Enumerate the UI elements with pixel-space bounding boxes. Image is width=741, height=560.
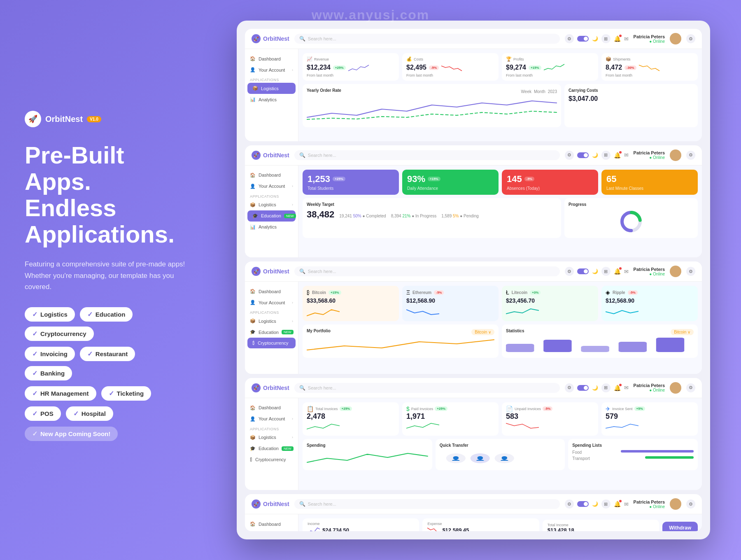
grid-icon-4[interactable]: ⊞ [601, 383, 611, 392]
sidebar-your-account[interactable]: 👤 Your Account› [245, 64, 298, 75]
db3-sidebar-logistics[interactable]: 📦 Logistics› [245, 315, 298, 327]
db3-search[interactable]: 🔍 Search here... [294, 266, 560, 276]
db4-sidebar-dashboard[interactable]: 🏠 Dashboard [245, 402, 298, 413]
db4-body: 🏠 Dashboard 👤 Your Account› APPLICATIONS… [245, 398, 702, 490]
db3-sidebar: 🏠 Dashboard 👤 Your Account› APPLICATIONS… [245, 282, 298, 374]
user-settings-icon-5[interactable]: ⚙ [686, 499, 695, 509]
db2-search[interactable]: 🔍 Search here... [294, 150, 560, 160]
dashboard-crypto: 🚀 OrbitNest 🔍 Search here... ⚙ 🌙 ⊞ 🔔 ✉ [245, 261, 702, 374]
db4-logo: 🚀 OrbitNest [252, 383, 289, 392]
moon-icon-4: 🌙 [592, 385, 598, 391]
sidebar-logistics[interactable]: 📦 Logistics [247, 83, 296, 94]
db4-header: 🚀 OrbitNest 🔍 Search here... ⚙ 🌙 ⊞ 🔔 ✉ [245, 378, 702, 398]
db3-body: 🏠 Dashboard 👤 Your Account› APPLICATIONS… [245, 282, 702, 374]
mail-icon-2[interactable]: ✉ [624, 152, 629, 158]
theme-toggle-3[interactable] [577, 268, 589, 274]
theme-toggle-2[interactable] [577, 152, 589, 158]
stat-costs: 💰Costs $2,495 -5% From last month [402, 53, 499, 81]
tag-logistics[interactable]: ✓Logistics [25, 307, 75, 322]
db5-sidebar-account[interactable]: 👤 Your Account› [245, 530, 298, 531]
settings-icon-4[interactable]: ⚙ [565, 383, 574, 392]
db5-sidebar-dashboard[interactable]: 🏠 Dashboard [245, 518, 298, 530]
db1-user-info: Patricia Peters ● Online [634, 34, 665, 44]
db2-sidebar-dashboard[interactable]: 🏠 Dashboard [245, 170, 298, 181]
db4-user-info: Patricia Peters ● Online [634, 383, 665, 392]
db3-sidebar-education[interactable]: 🎓 EducationNEW [245, 327, 298, 338]
db5-user-info: Patricia Peters ● Online [634, 499, 665, 509]
db3-sidebar-dashboard[interactable]: 🏠 Dashboard [245, 286, 298, 297]
grid-icon-5[interactable]: ⊞ [601, 499, 611, 509]
mail-icon[interactable]: ✉ [624, 36, 629, 42]
tags-row-coming: ✓ New App Coming Soon! [25, 427, 185, 441]
user-settings-icon-3[interactable]: ⚙ [686, 267, 695, 276]
crypto-ethereum: Ξ Ethereum -5% $12,568.90 [402, 286, 499, 321]
svg-text:👤: 👤 [475, 456, 485, 461]
user-settings-icon-4[interactable]: ⚙ [686, 383, 695, 392]
notification-bell-5[interactable]: 🔔 [614, 501, 621, 507]
tag-banking[interactable]: ✓Banking [25, 366, 72, 380]
brand-badge: 🚀 OrbitNest V1.0 [25, 111, 185, 127]
db1-logo: 🚀 OrbitNest [252, 34, 289, 43]
db2-sidebar-account[interactable]: 👤 Your Account› [245, 181, 298, 192]
db5-search[interactable]: 🔍 Search here... [294, 499, 560, 509]
db4-sidebar-education[interactable]: 🎓 EducationNEW [245, 443, 298, 454]
tag-invoicing[interactable]: ✓Invoicing [25, 347, 75, 361]
user-settings-icon[interactable]: ⚙ [686, 34, 695, 43]
db3-logo-icon: 🚀 [252, 267, 261, 276]
db2-sidebar-logistics[interactable]: 📦 Logistics› [245, 199, 298, 210]
db1-search[interactable]: 🔍 Search here... [294, 34, 560, 44]
db3-sidebar-account[interactable]: 👤 Your Account› [245, 297, 298, 308]
notification-bell-4[interactable]: 🔔 [614, 385, 621, 391]
db3-sidebar-crypto[interactable]: ₿ Cryptocurrency [247, 338, 296, 348]
mail-icon-4[interactable]: ✉ [624, 385, 629, 391]
tag-cryptocurrency[interactable]: ✓Cryptocurrency [25, 327, 94, 341]
settings-icon-2[interactable]: ⚙ [565, 151, 574, 160]
db3-bottom-panels: My Portfolio Bitcoin ∨ Statistics Bitcoi… [303, 324, 698, 358]
db1-header: 🚀 OrbitNest 🔍 Search here... ⚙ 🌙 ⊞ 🔔 ✉ [245, 29, 702, 49]
tag-education[interactable]: ✓Education [80, 307, 133, 322]
mail-icon-3[interactable]: ✉ [624, 268, 629, 275]
tag-hr[interactable]: ✓HR Management [25, 386, 96, 401]
sidebar-analytics[interactable]: 📊 Analytics [245, 94, 298, 105]
settings-icon[interactable]: ⚙ [565, 34, 574, 43]
db2-edu-cards: 1,253 +25% Total Students 93% +15% Daily… [303, 170, 698, 195]
db5-banking-stats: Income $24,734.50 Expense $12,589.45 [303, 518, 698, 531]
spending-panel: Spending [303, 439, 432, 470]
theme-toggle[interactable] [577, 36, 589, 42]
stat-revenue: 📈Revenue $12,234 +25% From last month [303, 53, 399, 81]
settings-icon-3[interactable]: ⚙ [565, 267, 574, 276]
theme-toggle-4[interactable] [577, 385, 589, 391]
db5-logo: 🚀 OrbitNest [252, 499, 289, 509]
right-panel: 🚀 OrbitNest 🔍 Search here... ⚙ 🌙 ⊞ 🔔 ✉ [222, 0, 741, 560]
sidebar-dashboard[interactable]: 🏠 Dashboard [245, 53, 298, 64]
db4-search[interactable]: 🔍 Search here... [294, 383, 560, 393]
theme-toggle-5[interactable] [577, 501, 589, 507]
stat-shipments: 📦Shipments 8,472 -30% From last month [601, 53, 698, 81]
db1-logo-icon: 🚀 [252, 34, 261, 43]
portfolio-panel: My Portfolio Bitcoin ∨ [303, 324, 499, 358]
withdraw-button[interactable]: Withdraw [662, 522, 698, 531]
tag-restaurant[interactable]: ✓Restaurant [80, 347, 135, 361]
search-icon-4: 🔍 [299, 385, 305, 391]
tag-pos[interactable]: ✓POS [25, 406, 61, 421]
settings-icon-5[interactable]: ⚙ [565, 499, 574, 509]
notification-bell-2[interactable]: 🔔 [614, 152, 621, 159]
grid-icon[interactable]: ⊞ [601, 34, 611, 43]
grid-icon-3[interactable]: ⊞ [601, 267, 611, 276]
progress-panel: Progress [564, 198, 698, 238]
db5-header-icons: ⚙ 🌙 ⊞ 🔔 ✉ [565, 499, 629, 509]
grid-icon-2[interactable]: ⊞ [601, 151, 611, 160]
notification-bell[interactable]: 🔔 [614, 35, 621, 42]
tag-ticketing[interactable]: ✓Ticketing [101, 386, 151, 401]
db2-sidebar-education[interactable]: 🎓 EducationNEW [247, 210, 296, 222]
hero-title: Pre-Built Apps. Endless Applications. [25, 142, 185, 247]
db4-sidebar-account[interactable]: 👤 Your Account› [245, 413, 298, 425]
tag-hospital[interactable]: ✓Hospital [66, 406, 113, 421]
db4-sidebar-logistics[interactable]: 📦 Logistics› [245, 432, 298, 443]
brand-name: OrbitNest [45, 114, 83, 124]
user-settings-icon-2[interactable]: ⚙ [686, 151, 695, 160]
notification-bell-3[interactable]: 🔔 [614, 268, 621, 275]
db4-sidebar-crypto[interactable]: ₿ Cryptocurrency [245, 454, 298, 465]
db2-sidebar-analytics[interactable]: 📊 Analytics [245, 222, 298, 233]
mail-icon-5[interactable]: ✉ [624, 501, 629, 507]
